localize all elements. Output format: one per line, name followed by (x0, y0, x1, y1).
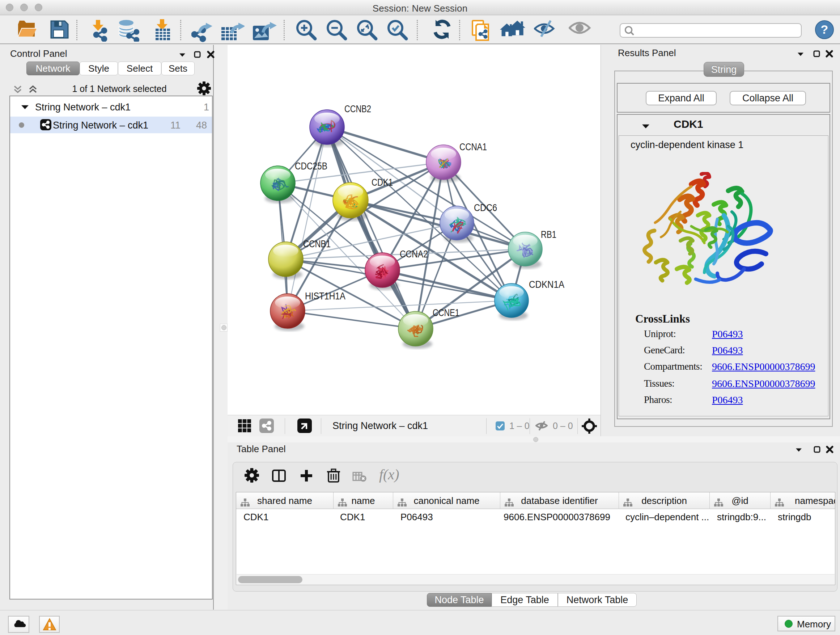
svg-text:CDC6: CDC6 (474, 203, 497, 213)
svg-text:CCNB1: CCNB1 (303, 239, 331, 249)
svg-text:CCNB2: CCNB2 (344, 103, 371, 114)
svg-text:CCNA2: CCNA2 (400, 249, 428, 260)
svg-text:CCNA1: CCNA1 (459, 141, 487, 152)
svg-text:CCNE1: CCNE1 (433, 307, 459, 318)
svg-text:HIST1H1A: HIST1H1A (305, 291, 346, 302)
svg-text:CDC25B: CDC25B (295, 161, 327, 172)
svg-text:RB1: RB1 (541, 229, 556, 240)
svg-text:CDKN1A: CDKN1A (529, 279, 564, 290)
svg-text:?: ? (821, 22, 829, 36)
svg-text:CDK1: CDK1 (371, 177, 393, 188)
